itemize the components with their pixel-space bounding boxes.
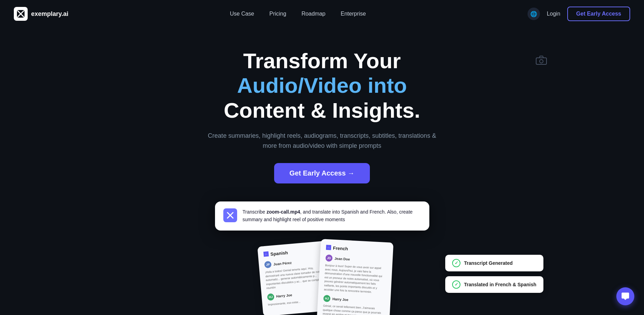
prompt-logo: [223, 208, 237, 222]
login-button[interactable]: Login: [547, 11, 560, 17]
demo-section: Transcribe zoom-call.mp4, and translate …: [0, 201, 644, 315]
person-jean-text: Bonjour à tous! Super de vous avoir sur …: [324, 263, 386, 295]
chat-bubble-icon: [621, 292, 630, 301]
logo-text: exemplary.ai: [31, 10, 68, 18]
prompt-box: Transcribe zoom-call.mp4, and translate …: [215, 201, 429, 230]
french-lang-icon: 🅰: [326, 245, 331, 251]
person-harry-es-name: Harry Joe: [276, 293, 292, 298]
nav-use-case[interactable]: Use Case: [230, 11, 254, 17]
spanish-lang-icon: 🅰: [263, 251, 268, 257]
hero-section: Transform Your Audio/Video into Content …: [0, 28, 644, 183]
avatar-harry-fr: HJ: [323, 295, 330, 302]
transcript-check-icon: ✓: [452, 259, 460, 267]
svg-rect-3: [536, 58, 547, 64]
nav-right: 🌐 Login Get Early Access: [528, 7, 630, 21]
status-badges: ✓ Transcript Generated ✓ Translated in F…: [445, 255, 543, 293]
transcript-badge: ✓ Transcript Generated: [445, 255, 543, 271]
headline-highlight: Audio/Video into: [237, 73, 407, 97]
french-person-1: JD Jean Doe: [325, 254, 387, 264]
translation-check-icon: ✓: [452, 280, 460, 289]
svg-point-4: [540, 60, 543, 63]
nav-early-access-button[interactable]: Get Early Access: [567, 7, 630, 21]
logo-link[interactable]: exemplary.ai: [14, 7, 68, 21]
person-juan-name: Juan Pérez: [273, 261, 292, 266]
hero-headline: Transform Your Audio/Video into Content …: [184, 48, 460, 123]
french-person-2: HJ Harry Joe: [323, 295, 385, 305]
navbar: exemplary.ai Use Case Pricing Roadmap En…: [0, 0, 644, 28]
person-harry-fr-name: Harry Joe: [332, 297, 348, 302]
nav-roadmap[interactable]: Roadmap: [301, 11, 325, 17]
nav-links: Use Case Pricing Roadmap Enterprise: [230, 11, 366, 17]
translation-cards-area: 🅰 Spanish JP Juan Pérez ¡Hola a todos! G…: [250, 241, 395, 315]
camera-icon: [536, 55, 547, 68]
french-card-header: 🅰 French: [326, 245, 388, 253]
translation-badge: ✓ Translated in French & Spanish: [445, 276, 543, 293]
theme-toggle-button[interactable]: 🌐: [528, 8, 540, 20]
hero-subheading: Create summaries, highlight reels, audio…: [205, 131, 440, 151]
logo-icon: [14, 7, 28, 21]
hero-cta-button[interactable]: Get Early Access →: [274, 163, 370, 183]
spanish-card-header: 🅰 Spanish: [263, 246, 325, 257]
avatar-juan: JP: [264, 261, 272, 268]
french-card: 🅰 French JD Jean Doe Bonjour à tous! Sup…: [316, 239, 393, 315]
theme-icon: 🌐: [530, 11, 537, 17]
person-harry-fr-text: Génial, ce serait tellement bien. J'aime…: [323, 304, 385, 315]
spanish-card-title: Spanish: [270, 250, 288, 256]
prompt-text: Transcribe zoom-call.mp4, and translate …: [243, 208, 421, 223]
transcript-badge-label: Transcript Generated: [464, 260, 513, 266]
avatar-jean: JD: [325, 254, 333, 262]
translation-badge-label: Translated in French & Spanish: [464, 282, 536, 287]
french-card-title: French: [333, 245, 348, 251]
prompt-before: Transcribe: [243, 209, 267, 215]
prompt-filename: zoom-call.mp4: [267, 209, 300, 215]
headline-part1: Transform Your: [243, 49, 401, 73]
nav-pricing[interactable]: Pricing: [269, 11, 286, 17]
headline-part2: Content & Insights.: [224, 98, 420, 122]
person-jean-name: Jean Doe: [334, 256, 350, 261]
chat-bubble-button[interactable]: [616, 287, 634, 305]
nav-enterprise[interactable]: Enterprise: [341, 11, 366, 17]
avatar-harry-es: HJ: [267, 293, 274, 301]
